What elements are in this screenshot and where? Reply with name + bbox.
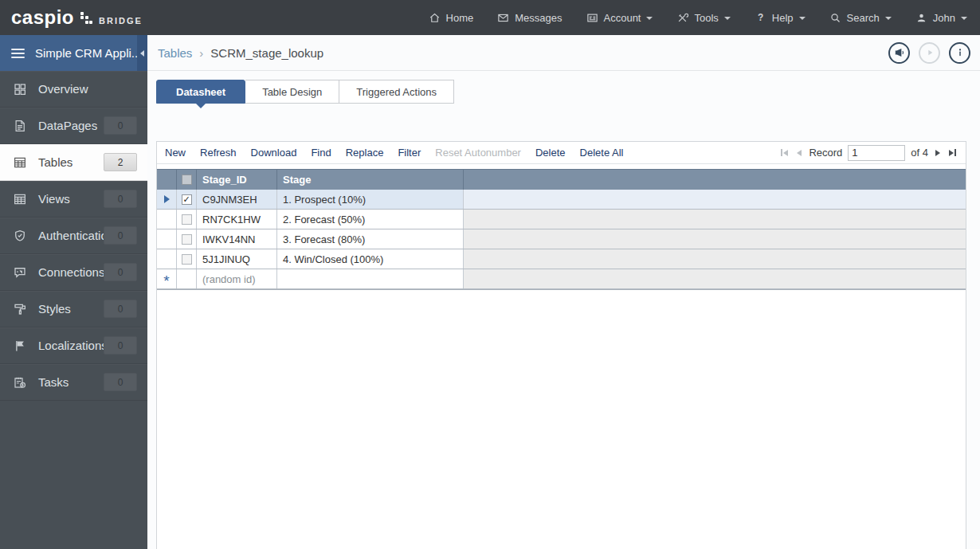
app-title: Simple CRM Appli... [35,46,141,60]
nav-item-tools[interactable]: Tools [676,12,730,24]
datapages-icon [13,119,27,133]
toolbar-replace[interactable]: Replace [339,147,391,159]
sidebar-item-views[interactable]: Views 0 [0,181,147,218]
page-title: SCRM_stage_lookup [210,46,323,60]
tab-datasheet[interactable]: Datasheet [156,80,245,104]
toolbar-refresh[interactable]: Refresh [193,147,244,159]
announcement-icon [893,46,906,59]
topbar: caspio BRIDGE Home Messages Account Tool… [0,0,980,35]
stage-id-cell[interactable]: RN7CK1HW [197,210,277,229]
logo-brand-text: caspio [11,8,74,27]
breadcrumb: Tables › SCRM_stage_lookup [147,35,980,71]
info-icon [954,46,966,59]
count-badge: 0 [104,263,137,281]
previous-record-button[interactable] [795,148,803,158]
toolbar-find[interactable]: Find [304,147,338,159]
grid-body: C9JNM3EH 1. Prospect (10%) RN7CK1HW 2. F… [157,190,966,289]
tab-triggered-actions[interactable]: Triggered Actions [339,80,454,104]
nav-item-label: Home [446,12,474,24]
table-row[interactable]: RN7CK1HW 2. Forecast (50%) [157,210,966,229]
sidebar-item-label: Tables [38,155,73,169]
last-record-button[interactable] [947,147,958,158]
sidebar-item-tables[interactable]: Tables 2 [0,144,147,181]
nav-item-search[interactable]: Search [829,12,892,24]
sidebar-item-overview[interactable]: Overview [0,71,147,108]
previous-record-icon [797,150,802,156]
stage-cell[interactable]: 3. Forecast (80%) [277,229,464,249]
home-icon [429,12,441,24]
caspio-logo[interactable]: caspio BRIDGE [11,8,143,27]
sidebar-item-label: Overview [38,82,88,96]
new-record-stage-cell[interactable] [277,269,464,288]
first-record-icon [783,150,788,156]
nav-item-label: Messages [515,12,562,24]
toolbar-reset-autonumber[interactable]: Reset Autonumber [428,147,528,159]
record-navigator: Record of 4 [779,145,961,161]
count-badge: 0 [104,190,137,208]
connections-icon [13,265,27,280]
row-checkbox[interactable] [182,194,192,205]
play-button[interactable] [919,42,940,64]
row-checkbox[interactable] [182,254,192,265]
toolbar-download[interactable]: Download [244,147,304,159]
column-header-filler [464,170,966,190]
nav-item-label: Search [847,12,880,24]
row-checkbox[interactable] [182,214,192,225]
sidebar-app-header[interactable]: Simple CRM Appli... [0,35,147,71]
filler-cell [464,190,966,209]
sidebar-item-connections[interactable]: Connections 0 [0,254,147,291]
toolbar-delete-all[interactable]: Delete All [573,147,631,159]
sidebar-item-authentications[interactable]: Authentications 0 [0,218,147,254]
sidebar-item-label: Tasks [38,375,69,389]
toolbar-new[interactable]: New [158,147,193,159]
nav-item-messages[interactable]: Messages [497,12,562,24]
overview-icon [13,82,27,96]
first-record-button[interactable] [779,147,790,158]
column-header-stage[interactable]: Stage [277,170,464,190]
breadcrumb-separator: › [199,46,203,60]
stage-id-cell[interactable]: C9JNM3EH [197,190,277,209]
datasheet-grid: Stage_ID Stage C9JNM3EH 1. Prospect (10%… [157,169,966,290]
stage-cell[interactable]: 2. Forecast (50%) [277,210,464,229]
nav-item-account[interactable]: Account [586,12,653,24]
nav-item-help[interactable]: Help [755,12,806,24]
breadcrumb-tables-link[interactable]: Tables [158,46,192,60]
table-row[interactable]: C9JNM3EH 1. Prospect (10%) [157,190,966,210]
sidebar-item-tasks[interactable]: Tasks 0 [0,364,147,401]
localizations-icon [13,339,27,353]
table-row[interactable]: 5J1JINUQ 4. Win/Closed (100%) [157,249,966,269]
sidebar-item-styles[interactable]: Styles 0 [0,291,147,327]
nav-item-john[interactable]: John [915,12,967,24]
select-all-checkbox[interactable] [182,175,192,185]
chevron-down-icon [799,17,806,20]
nav-item-label: John [933,12,955,24]
tab-table-design[interactable]: Table Design [245,80,339,104]
table-row[interactable]: IWKV14NN 3. Forecast (80%) [157,229,966,249]
toolbar-delete[interactable]: Delete [528,147,573,159]
new-record-row[interactable]: * (random id) [157,269,966,289]
next-record-button[interactable] [934,148,942,158]
new-record-id-cell[interactable]: (random id) [197,269,277,288]
sidebar-item-localizations[interactable]: Localizations 0 [0,327,147,364]
info-button[interactable] [949,42,970,64]
count-badge: 0 [104,300,137,318]
stage-cell[interactable]: 4. Win/Closed (100%) [277,249,464,269]
tab-strip: Datasheet Table Design Triggered Actions [156,80,980,104]
views-icon [13,192,27,206]
stage-id-cell[interactable]: IWKV14NN [197,229,277,249]
chevron-down-icon [646,17,653,20]
sidebar-collapse-button[interactable] [137,35,147,71]
count-badge: 0 [104,373,137,391]
tasks-icon [13,375,27,390]
column-header-stage-id[interactable]: Stage_ID [197,170,277,190]
menu-icon[interactable] [11,49,25,58]
sidebar-item-datapages[interactable]: DataPages 0 [0,108,147,144]
nav-item-label: Help [772,12,794,24]
record-number-input[interactable] [848,145,905,161]
stage-cell[interactable]: 1. Prospect (10%) [277,190,464,209]
stage-id-cell[interactable]: 5J1JINUQ [197,249,277,269]
toolbar-filter[interactable]: Filter [390,147,428,159]
nav-item-home[interactable]: Home [429,12,474,24]
announcement-button[interactable] [888,42,910,64]
row-checkbox[interactable] [182,234,192,245]
